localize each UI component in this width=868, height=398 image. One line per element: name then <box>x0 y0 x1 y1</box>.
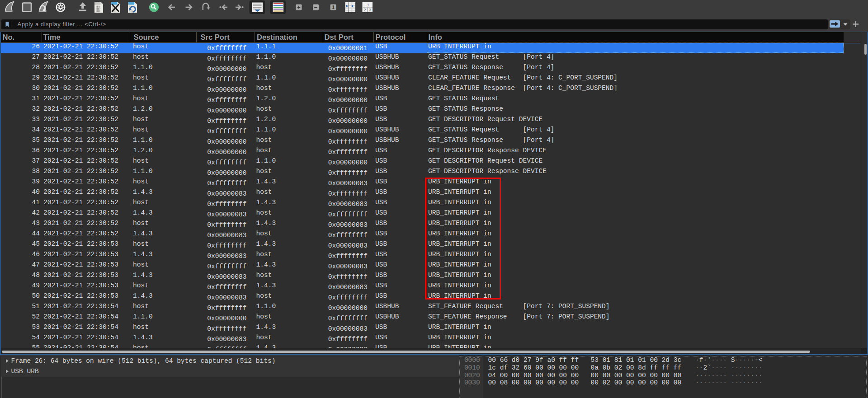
svg-text:3: 3 <box>369 8 371 12</box>
svg-text:2: 2 <box>363 8 366 12</box>
svg-text:1: 1 <box>367 3 369 7</box>
svg-text:1: 1 <box>332 5 335 10</box>
